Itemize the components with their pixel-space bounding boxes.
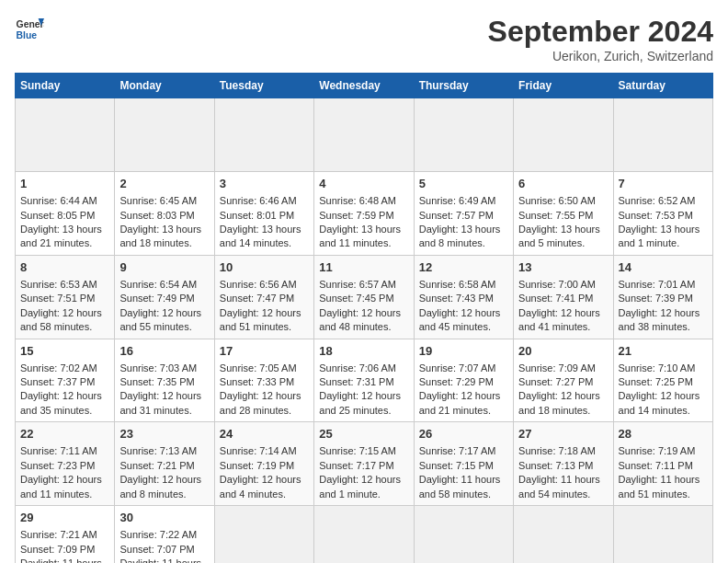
daylight-text: Daylight: 13 hours and 8 minutes. — [419, 223, 508, 251]
title-block: September 2024 Uerikon, Zurich, Switzerl… — [488, 15, 713, 63]
sunrise-text: Sunrise: 7:01 AM — [619, 278, 708, 292]
calendar-cell: 16Sunrise: 7:03 AMSunset: 7:35 PMDayligh… — [115, 339, 214, 422]
daylight-text: Daylight: 12 hours and 18 minutes. — [518, 389, 608, 418]
sunrise-text: Sunrise: 6:50 AM — [518, 194, 608, 208]
sunset-text: Sunset: 7:09 PM — [20, 543, 109, 557]
day-number: 24 — [220, 426, 309, 442]
day-number: 16 — [119, 343, 209, 360]
sunset-text: Sunset: 7:15 PM — [419, 459, 508, 473]
header-day: Sunday — [16, 74, 115, 98]
day-number: 29 — [20, 510, 109, 526]
day-number: 3 — [220, 176, 309, 192]
sunrise-text: Sunrise: 7:06 AM — [319, 362, 408, 375]
sunrise-text: Sunrise: 7:02 AM — [20, 362, 109, 375]
day-number: 25 — [319, 426, 408, 442]
calendar-cell — [214, 506, 313, 564]
calendar-cell — [314, 506, 414, 564]
header-day: Tuesday — [214, 74, 313, 98]
calendar-cell: 20Sunrise: 7:09 AMSunset: 7:27 PMDayligh… — [514, 339, 613, 422]
sunset-text: Sunset: 7:37 PM — [20, 375, 109, 389]
sunset-text: Sunset: 7:31 PM — [319, 375, 408, 389]
calendar-week: 29Sunrise: 7:21 AMSunset: 7:09 PMDayligh… — [16, 506, 713, 564]
calendar-cell: 18Sunrise: 7:06 AMSunset: 7:31 PMDayligh… — [314, 339, 414, 422]
day-number: 4 — [319, 176, 408, 192]
daylight-text: Daylight: 12 hours and 35 minutes. — [20, 389, 109, 418]
calendar-cell: 14Sunrise: 7:01 AMSunset: 7:39 PMDayligh… — [613, 255, 712, 339]
daylight-text: Daylight: 11 hours and 51 minutes. — [619, 473, 708, 501]
calendar-cell: 27Sunrise: 7:18 AMSunset: 7:13 PMDayligh… — [514, 422, 613, 506]
logo: General Blue — [15, 15, 44, 44]
sunrise-text: Sunrise: 7:00 AM — [518, 278, 608, 292]
daylight-text: Daylight: 11 hours and 58 minutes. — [419, 473, 508, 501]
svg-text:Blue: Blue — [17, 30, 38, 40]
day-number: 19 — [419, 343, 508, 360]
sunrise-text: Sunrise: 6:46 AM — [220, 194, 309, 208]
daylight-text: Daylight: 12 hours and 8 minutes. — [119, 473, 209, 501]
sunset-text: Sunset: 7:57 PM — [419, 209, 508, 223]
sunset-text: Sunset: 7:29 PM — [419, 375, 508, 389]
daylight-text: Daylight: 13 hours and 18 minutes. — [119, 223, 209, 251]
sunset-text: Sunset: 7:13 PM — [518, 459, 608, 473]
sunset-text: Sunset: 7:35 PM — [119, 375, 209, 389]
calendar-cell: 15Sunrise: 7:02 AMSunset: 7:37 PMDayligh… — [16, 339, 115, 422]
sunset-text: Sunset: 8:03 PM — [119, 209, 209, 223]
calendar-cell — [214, 98, 313, 172]
sunset-text: Sunset: 7:27 PM — [518, 375, 608, 389]
calendar-cell: 22Sunrise: 7:11 AMSunset: 7:23 PMDayligh… — [16, 422, 115, 506]
calendar-cell: 17Sunrise: 7:05 AMSunset: 7:33 PMDayligh… — [214, 339, 313, 422]
sunset-text: Sunset: 7:41 PM — [518, 292, 608, 305]
header-row: SundayMondayTuesdayWednesdayThursdayFrid… — [16, 74, 713, 98]
sunrise-text: Sunrise: 7:05 AM — [220, 362, 309, 375]
calendar-cell: 29Sunrise: 7:21 AMSunset: 7:09 PMDayligh… — [16, 506, 115, 564]
day-number: 5 — [419, 176, 508, 192]
calendar-week: 8Sunrise: 6:53 AMSunset: 7:51 PMDaylight… — [16, 255, 713, 339]
sunset-text: Sunset: 7:45 PM — [319, 292, 408, 305]
calendar-cell: 2Sunrise: 6:45 AMSunset: 8:03 PMDaylight… — [115, 172, 214, 256]
sunrise-text: Sunrise: 7:17 AM — [419, 444, 508, 458]
calendar-cell: 10Sunrise: 6:56 AMSunset: 7:47 PMDayligh… — [214, 255, 313, 339]
calendar-week: 22Sunrise: 7:11 AMSunset: 7:23 PMDayligh… — [16, 422, 713, 506]
sunrise-text: Sunrise: 6:54 AM — [119, 278, 209, 292]
calendar-week: 15Sunrise: 7:02 AMSunset: 7:37 PMDayligh… — [16, 339, 713, 422]
daylight-text: Daylight: 12 hours and 11 minutes. — [20, 473, 109, 501]
day-number: 13 — [518, 259, 608, 276]
daylight-text: Daylight: 12 hours and 14 minutes. — [619, 389, 708, 418]
calendar-cell: 25Sunrise: 7:15 AMSunset: 7:17 PMDayligh… — [314, 422, 414, 506]
sunset-text: Sunset: 7:17 PM — [319, 459, 408, 473]
sunrise-text: Sunrise: 7:13 AM — [119, 444, 209, 458]
month-title: September 2024 — [488, 15, 713, 49]
calendar-table: SundayMondayTuesdayWednesdayThursdayFrid… — [15, 73, 713, 563]
daylight-text: Daylight: 11 hours and 48 minutes. — [20, 557, 109, 563]
sunset-text: Sunset: 7:23 PM — [20, 459, 109, 473]
sunset-text: Sunset: 7:11 PM — [619, 459, 708, 473]
sunrise-text: Sunrise: 6:52 AM — [619, 194, 708, 208]
daylight-text: Daylight: 12 hours and 31 minutes. — [119, 389, 209, 418]
sunrise-text: Sunrise: 7:19 AM — [619, 444, 708, 458]
day-number: 2 — [119, 176, 209, 192]
daylight-text: Daylight: 12 hours and 41 minutes. — [518, 306, 608, 335]
sunrise-text: Sunrise: 6:45 AM — [119, 194, 209, 208]
daylight-text: Daylight: 12 hours and 25 minutes. — [319, 389, 408, 418]
day-number: 20 — [518, 343, 608, 360]
calendar-cell: 26Sunrise: 7:17 AMSunset: 7:15 PMDayligh… — [414, 422, 513, 506]
calendar-cell: 30Sunrise: 7:22 AMSunset: 7:07 PMDayligh… — [115, 506, 214, 564]
header-day: Saturday — [613, 74, 712, 98]
sunrise-text: Sunrise: 7:14 AM — [220, 444, 309, 458]
sunset-text: Sunset: 7:25 PM — [619, 375, 708, 389]
daylight-text: Daylight: 12 hours and 4 minutes. — [220, 473, 309, 501]
sunset-text: Sunset: 7:55 PM — [518, 209, 608, 223]
day-number: 17 — [220, 343, 309, 360]
day-number: 7 — [619, 176, 708, 192]
calendar-cell — [16, 98, 115, 172]
page-header: General Blue September 2024 Uerikon, Zur… — [15, 15, 713, 63]
day-number: 8 — [20, 259, 109, 276]
sunrise-text: Sunrise: 6:57 AM — [319, 278, 408, 292]
sunrise-text: Sunrise: 7:22 AM — [119, 528, 209, 542]
day-number: 12 — [419, 259, 508, 276]
location: Uerikon, Zurich, Switzerland — [488, 49, 713, 63]
calendar-cell — [314, 98, 414, 172]
sunrise-text: Sunrise: 6:49 AM — [419, 194, 508, 208]
daylight-text: Daylight: 12 hours and 38 minutes. — [619, 306, 708, 335]
sunset-text: Sunset: 7:33 PM — [220, 375, 309, 389]
sunrise-text: Sunrise: 6:44 AM — [20, 194, 109, 208]
